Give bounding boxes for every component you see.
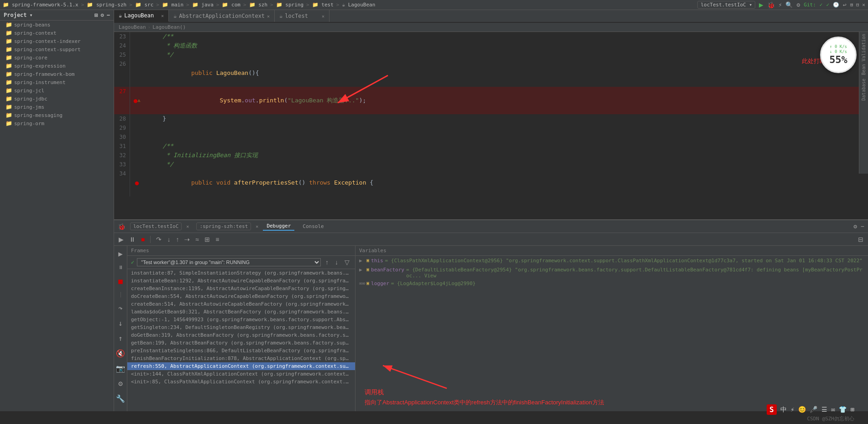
stop-side-icon[interactable]: ■: [118, 277, 123, 286]
frame-item-5[interactable]: lambda$doGetBean$0:321, AbstractBeanFact…: [127, 308, 355, 316]
sidebar-item-springorm[interactable]: 📁spring-orm: [0, 119, 114, 127]
resume-btn[interactable]: ▶: [117, 235, 125, 244]
debug-session-label[interactable]: locTest.testIoC: [130, 223, 182, 230]
tab-close-lagoubean[interactable]: ✕: [161, 13, 164, 18]
tab-close-abstract[interactable]: ✕: [267, 14, 270, 19]
gear-side-icon[interactable]: ⚙: [118, 379, 123, 388]
frame-item-1[interactable]: instantiateBean:1292, AbstractAutowireCa…: [127, 277, 355, 285]
settings-btn[interactable]: ≡: [214, 235, 221, 244]
tab-close-loctest[interactable]: ✕: [322, 14, 324, 19]
frame-item-8[interactable]: doGetBean:319, AbstractBeanFactory (org.…: [127, 331, 355, 339]
sidebar-item-label: spring-core: [14, 55, 47, 61]
tab-lagoubean[interactable]: ☕ LagouBean ✕: [114, 10, 169, 22]
tab-icon-loctest: ☕: [279, 13, 282, 19]
frame-item-0[interactable]: instantiate:87, SimpleInstantiationStrat…: [127, 269, 355, 277]
frame-item-4[interactable]: createBean:514, AbstractAutowireCapableB…: [127, 300, 355, 308]
sidebar-item-label: spring-context-support: [14, 47, 81, 53]
sidebar-item-springframeworkbom[interactable]: 📁spring-framework-bom: [0, 70, 114, 78]
debug-close-icon[interactable]: −: [861, 223, 864, 230]
tab-abstractapplication[interactable]: ☕ AbstractApplicationContext ✕: [169, 10, 275, 22]
coverage-icon[interactable]: ⚡: [779, 1, 782, 8]
step-out-side[interactable]: ↑: [118, 334, 123, 343]
search-icon[interactable]: 🔍: [785, 1, 793, 8]
thread-up-btn[interactable]: ↑: [324, 258, 330, 267]
sidebar-icon2[interactable]: ⚙: [101, 12, 104, 18]
sidebar-item-label: spring-context-indexer: [14, 38, 81, 44]
var-expand-1[interactable]: ▶: [359, 267, 365, 273]
step-out-btn[interactable]: ↑: [174, 235, 181, 244]
wrench-icon[interactable]: 🔧: [116, 394, 125, 403]
thread-dropdown[interactable]: "Test worker"@1.307 in group "main": RUN…: [137, 258, 321, 266]
sidebar-item-springjms[interactable]: 📁spring-jms: [0, 103, 114, 111]
step-over-side[interactable]: ↷: [118, 304, 123, 313]
sidebar-item-springcontext[interactable]: 📁spring-context: [0, 29, 114, 37]
debug-session-close2[interactable]: ✕: [256, 224, 258, 229]
sidebar-icon3[interactable]: −: [107, 12, 110, 18]
frame-item-12[interactable]: refresh:550, AbstractApplicationContext …: [127, 362, 355, 370]
thread-filter-btn[interactable]: ▽: [343, 258, 351, 267]
sidebar-item-springmessaging[interactable]: 📁spring-messaging: [0, 111, 114, 119]
layout-btn[interactable]: ⊟: [856, 235, 865, 244]
bean-validation-label[interactable]: Bean Validation: [860, 32, 867, 77]
code-lines: 23 /** 24 * 构造函数 25 */: [114, 32, 868, 196]
sidebar-item-springbeans[interactable]: 📁spring-beans: [0, 21, 114, 29]
run-to-cursor-btn[interactable]: ⇢: [183, 235, 192, 244]
code-editor: 23 /** 24 * 构造函数 25 */: [114, 32, 868, 219]
database-label[interactable]: Database: [860, 77, 867, 102]
frame-item-2[interactable]: createBeanInstance:1195, AbstractAutowir…: [127, 285, 355, 292]
debug-session2[interactable]: :spring-szh:test: [196, 223, 251, 230]
git-undo[interactable]: ↩: [843, 1, 847, 8]
git-label: Git:: [804, 2, 816, 8]
breakpoint-27[interactable]: ●: [134, 96, 137, 105]
evaluate-btn[interactable]: ≈: [193, 235, 201, 244]
frame-item-14[interactable]: <init>:85, ClassPathXmlApplicationContex…: [127, 378, 355, 386]
top-bar-right: locTest.testIoC ▾ ▶ 🐞 ⚡ 🔍 ⚙ Git: ✓ ✓ 🕐 ↩…: [697, 0, 865, 9]
debug-session-close1[interactable]: ✕: [186, 224, 189, 229]
sidebar-item-springjcl[interactable]: 📁spring-jcl: [0, 86, 114, 95]
debug-settings-icon[interactable]: ⚙: [853, 223, 857, 230]
camera-icon[interactable]: 📷: [116, 364, 125, 373]
pause-side-icon[interactable]: ⏸: [118, 265, 123, 270]
sidebar-item-springjdbc[interactable]: 📁spring-jdbc: [0, 95, 114, 103]
sidebar-item-springinstrument[interactable]: 📁spring-instrument: [0, 78, 114, 86]
frame-item-11[interactable]: finishBeanFactoryInitialization:878, Abs…: [127, 355, 355, 362]
step-into-btn[interactable]: ↓: [165, 235, 172, 244]
tab-debugger[interactable]: Debugger: [263, 222, 294, 231]
var-expand-0[interactable]: ▶: [359, 258, 365, 264]
step-over-btn[interactable]: ↷: [154, 235, 163, 244]
frame-item-10[interactable]: preInstantiateSingletons:866, DefaultLis…: [127, 347, 355, 355]
tab-loctest[interactable]: ☕ locTest ✕: [275, 10, 329, 22]
settings-icon[interactable]: ⚙: [796, 1, 800, 8]
speed-widget: ↑ 0 K/s ↓ 0 K/s 55%: [820, 37, 857, 73]
sidebar-item-springcore[interactable]: 📁spring-core: [0, 53, 114, 62]
step-into-side[interactable]: ↓: [118, 319, 123, 328]
breakpoint-34[interactable]: ●: [135, 178, 139, 187]
frame-item-9[interactable]: getBean:199, AbstractBeanFactory (org.sp…: [127, 339, 355, 347]
stop-btn[interactable]: ■: [139, 235, 146, 244]
frames-list: instantiate:87, SimpleInstantiationStrat…: [127, 269, 355, 411]
var-expand-2[interactable]: ∞∞: [359, 281, 365, 286]
sidebar-item-springcontextindexer[interactable]: 📁spring-context-indexer: [0, 37, 114, 45]
mute-icon[interactable]: 🔇: [116, 349, 125, 358]
sidebar-item-springcontextsupport[interactable]: 📁spring-context-support: [0, 45, 114, 53]
frames-table-btn[interactable]: ⊞: [203, 235, 212, 244]
frame-item-6[interactable]: getObject:-1, 1456499923 (org.springfram…: [127, 316, 355, 323]
pause-btn[interactable]: ⏸: [127, 235, 137, 244]
sidebar-item-label: spring-jms: [14, 104, 44, 110]
sidebar-item-springexpression[interactable]: 📁spring-expression: [0, 62, 114, 70]
code-line-31: 31 /**: [114, 142, 868, 151]
sidebar-dropdown[interactable]: ▾: [30, 12, 33, 18]
run-config[interactable]: locTest.testIoC ▾: [697, 1, 755, 9]
frame-item-7[interactable]: getSingleton:234, DefaultSingletonBeanRe…: [127, 323, 355, 331]
var-name-2: logger: [371, 281, 389, 286]
debug-run-icon[interactable]: 🐞: [767, 1, 775, 9]
frame-item-13[interactable]: <init>:144, ClassPathXmlApplicationConte…: [127, 370, 355, 378]
tab-console[interactable]: Console: [299, 223, 327, 230]
tab-icon-abstract: ☕: [173, 13, 177, 19]
run-icon[interactable]: ▶: [759, 0, 763, 9]
frame-item-3[interactable]: doCreateBean:554, AbstractAutowireCapabl…: [127, 292, 355, 300]
sidebar-icon1[interactable]: ⊞: [94, 12, 98, 18]
var-icon-2: ▣: [366, 281, 369, 286]
thread-down-btn[interactable]: ↓: [333, 258, 340, 267]
resume-side-icon[interactable]: ▶: [118, 249, 123, 258]
